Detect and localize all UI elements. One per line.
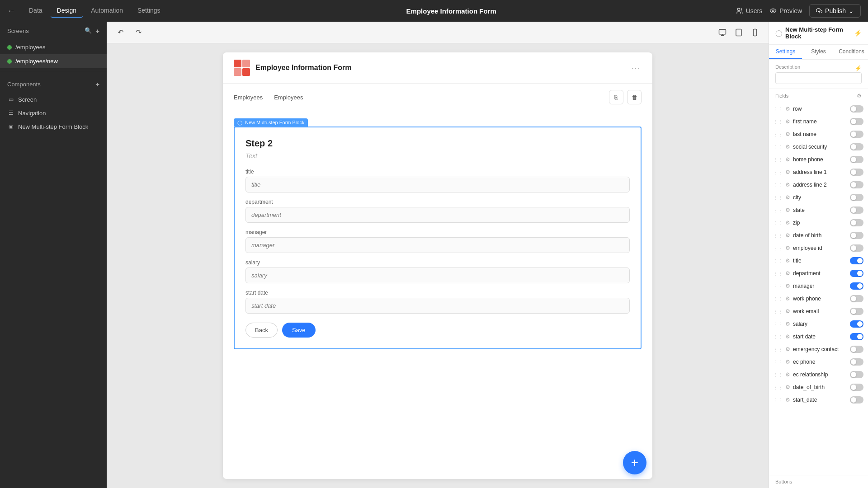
field-gear-icon[interactable]: ⚙ (785, 321, 790, 327)
field-drag-handle[interactable]: ⋮⋮ (774, 145, 783, 150)
dots-menu-icon[interactable]: ⋯ (631, 62, 642, 73)
tab-settings-right[interactable]: Settings (769, 45, 802, 59)
field-gear-icon[interactable]: ⚙ (785, 296, 790, 302)
field-toggle[interactable] (850, 257, 863, 264)
field-gear-icon[interactable]: ⚙ (785, 384, 790, 390)
field-gear-icon[interactable]: ⚙ (785, 346, 790, 352)
back-form-button[interactable]: Back (245, 323, 278, 338)
tab-automation[interactable]: Automation (85, 4, 129, 18)
fields-toggle-icon[interactable]: ⚙ (857, 93, 862, 99)
field-gear-icon[interactable]: ⚙ (785, 232, 790, 239)
description-lightning-icon[interactable]: ⚡ (855, 65, 862, 71)
field-toggle[interactable] (850, 181, 863, 188)
sidebar-item-employees[interactable]: /employees (0, 40, 107, 54)
component-form-block[interactable]: ◉ New Multi-step Form Block (0, 120, 107, 133)
field-toggle[interactable] (850, 219, 863, 226)
add-component-icon[interactable]: + (95, 80, 99, 88)
tablet-view-button[interactable] (732, 26, 745, 39)
users-button[interactable]: Users (736, 7, 763, 14)
field-gear-icon[interactable]: ⚙ (785, 371, 790, 378)
duplicate-button[interactable]: ⎘ (609, 90, 623, 104)
back-button[interactable]: ← (7, 6, 15, 16)
field-gear-icon[interactable]: ⚙ (785, 194, 790, 201)
field-drag-handle[interactable]: ⋮⋮ (774, 271, 783, 276)
field-drag-handle[interactable]: ⋮⋮ (774, 208, 783, 213)
field-drag-handle[interactable]: ⋮⋮ (774, 132, 783, 137)
field-gear-icon[interactable]: ⚙ (785, 207, 790, 213)
field-toggle[interactable] (850, 105, 863, 113)
field-toggle[interactable] (850, 270, 863, 277)
delete-button[interactable]: 🗑 (627, 90, 642, 104)
desktop-view-button[interactable] (716, 26, 729, 39)
field-drag-handle[interactable]: ⋮⋮ (774, 221, 783, 225)
component-screen[interactable]: ▭ Screen (0, 93, 107, 106)
add-screen-icon[interactable]: + (95, 27, 99, 35)
field-toggle[interactable] (850, 143, 863, 150)
field-input-department[interactable] (245, 207, 630, 223)
field-drag-handle[interactable]: ⋮⋮ (774, 347, 783, 352)
field-toggle[interactable] (850, 371, 863, 378)
description-input[interactable] (775, 72, 862, 84)
field-gear-icon[interactable]: ⚙ (785, 245, 790, 251)
redo-button[interactable]: ↷ (132, 26, 145, 39)
field-toggle[interactable] (850, 169, 863, 176)
component-navigation[interactable]: ☰ Navigation (0, 106, 107, 120)
field-toggle[interactable] (850, 308, 863, 315)
fab-add-button[interactable]: + (623, 451, 646, 474)
field-drag-handle[interactable]: ⋮⋮ (774, 233, 783, 238)
field-input-salary[interactable] (245, 267, 630, 283)
form-block-label[interactable]: ◯ New Multi-step Form Block (234, 118, 308, 127)
undo-button[interactable]: ↶ (114, 26, 127, 39)
publish-button[interactable]: Publish ⌄ (809, 4, 861, 18)
field-drag-handle[interactable]: ⋮⋮ (774, 385, 783, 390)
tab-data[interactable]: Data (23, 4, 49, 18)
field-drag-handle[interactable]: ⋮⋮ (774, 258, 783, 263)
field-toggle[interactable] (850, 118, 863, 125)
field-toggle[interactable] (850, 384, 863, 391)
sidebar-item-employees-new[interactable]: /employees/new (0, 54, 107, 68)
field-toggle[interactable] (850, 396, 863, 404)
field-toggle[interactable] (850, 358, 863, 366)
field-gear-icon[interactable]: ⚙ (785, 118, 790, 125)
field-drag-handle[interactable]: ⋮⋮ (774, 284, 783, 289)
field-toggle[interactable] (850, 244, 863, 252)
field-drag-handle[interactable]: ⋮⋮ (774, 183, 783, 188)
field-toggle[interactable] (850, 282, 863, 290)
field-gear-icon[interactable]: ⚙ (785, 397, 790, 403)
search-icon[interactable]: 🔍 (85, 27, 92, 35)
field-input-title[interactable] (245, 177, 630, 192)
field-drag-handle[interactable]: ⋮⋮ (774, 246, 783, 251)
field-drag-handle[interactable]: ⋮⋮ (774, 322, 783, 327)
field-drag-handle[interactable]: ⋮⋮ (774, 170, 783, 175)
field-toggle[interactable] (850, 346, 863, 353)
field-drag-handle[interactable]: ⋮⋮ (774, 296, 783, 301)
tab-design[interactable]: Design (51, 4, 83, 18)
field-toggle[interactable] (850, 333, 863, 340)
field-toggle[interactable] (850, 194, 863, 201)
field-drag-handle[interactable]: ⋮⋮ (774, 334, 783, 339)
field-gear-icon[interactable]: ⚙ (785, 270, 790, 277)
field-gear-icon[interactable]: ⚙ (785, 359, 790, 365)
breadcrumb-employees-link[interactable]: Employees (274, 94, 303, 101)
save-form-button[interactable]: Save (282, 323, 316, 338)
breadcrumb-employees[interactable]: Employees (234, 94, 263, 101)
field-input-start-date[interactable] (245, 298, 630, 314)
field-drag-handle[interactable]: ⋮⋮ (774, 119, 783, 124)
field-gear-icon[interactable]: ⚙ (785, 258, 790, 264)
field-toggle[interactable] (850, 320, 863, 328)
field-drag-handle[interactable]: ⋮⋮ (774, 195, 783, 200)
preview-button[interactable]: Preview (769, 7, 802, 14)
lightning-icon[interactable]: ⚡ (854, 29, 862, 37)
field-toggle[interactable] (850, 295, 863, 302)
field-gear-icon[interactable]: ⚙ (785, 106, 790, 112)
field-gear-icon[interactable]: ⚙ (785, 144, 790, 150)
field-drag-handle[interactable]: ⋮⋮ (774, 107, 783, 112)
field-drag-handle[interactable]: ⋮⋮ (774, 360, 783, 365)
field-gear-icon[interactable]: ⚙ (785, 182, 790, 188)
tab-styles-right[interactable]: Styles (802, 45, 835, 59)
field-gear-icon[interactable]: ⚙ (785, 156, 790, 163)
field-gear-icon[interactable]: ⚙ (785, 169, 790, 175)
field-gear-icon[interactable]: ⚙ (785, 283, 790, 289)
tab-settings[interactable]: Settings (131, 4, 167, 18)
field-toggle[interactable] (850, 156, 863, 163)
